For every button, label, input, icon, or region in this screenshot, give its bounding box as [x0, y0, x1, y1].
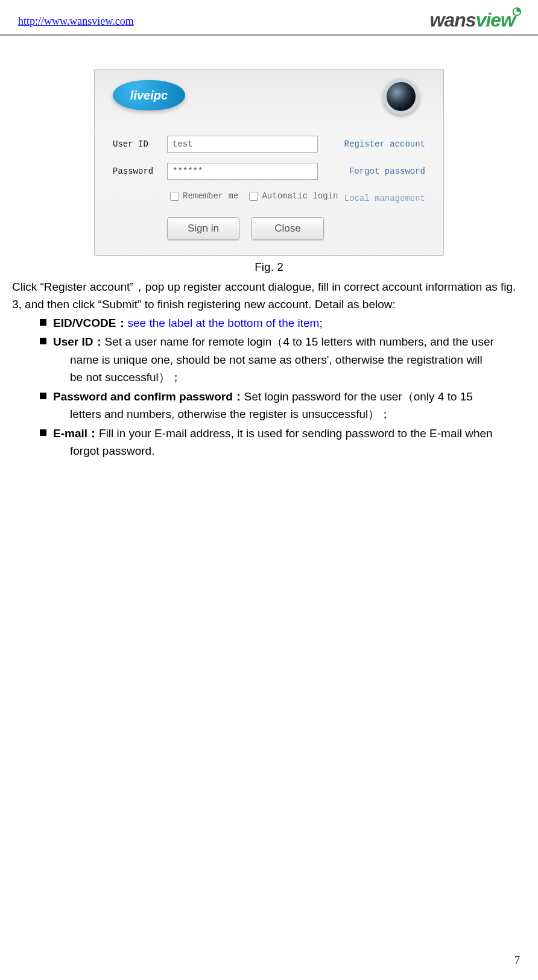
close-button[interactable]: Close — [252, 217, 324, 240]
password-bullet-label: Password and confirm password： — [53, 390, 244, 403]
register-account-link[interactable]: Register account — [344, 139, 425, 149]
local-management-link[interactable]: Local management — [344, 194, 425, 203]
eid-label: EID/VCODE： — [53, 317, 128, 329]
body-text: Click “Register account”，pop up register… — [0, 274, 538, 460]
email-label: E-mail： — [53, 427, 99, 440]
bullet-userid: User ID：Set a user name for remote login… — [40, 333, 515, 386]
bullet-password: Password and confirm password：Set login … — [40, 388, 515, 423]
bullet-email: E-mail：Fill in your E-mail address, it i… — [40, 425, 515, 460]
eid-tail: ; — [319, 317, 322, 329]
remember-checkbox[interactable] — [170, 192, 179, 201]
button-row: Sign in Close — [167, 217, 324, 240]
password-row: Password — [113, 163, 318, 180]
user-id-label: User ID — [113, 139, 167, 149]
figure-container: liveipc User ID Register account Passwor… — [0, 69, 538, 256]
eye-icon: ◔ — [512, 4, 521, 17]
password-input[interactable] — [167, 163, 318, 180]
liveipc-badge: liveipc — [113, 80, 185, 110]
password-t1: Set login password for the user（only 4 t… — [244, 390, 473, 403]
checkbox-row: Remember me Automatic login — [170, 191, 338, 201]
auto-login-label: Automatic login — [262, 191, 338, 201]
eid-link: see the label at the bottom of the item — [128, 317, 320, 329]
remember-label: Remember me — [183, 191, 238, 201]
sign-in-button[interactable]: Sign in — [167, 217, 239, 240]
userid-t2: name is unique one, should be not same a… — [53, 351, 515, 368]
email-t2: forgot password. — [53, 442, 515, 460]
page-header: http://www.wansview.com wansview ◔ — [0, 0, 538, 36]
page-number: 7 — [514, 954, 520, 967]
login-dialog: liveipc User ID Register account Passwor… — [94, 69, 444, 256]
header-url-link[interactable]: http://www.wansview.com — [18, 15, 134, 31]
userid-label: User ID： — [53, 335, 105, 348]
user-id-input[interactable] — [167, 136, 318, 153]
bullet-list: EID/VCODE：see the label at the bottom of… — [12, 314, 526, 460]
bullet-eid: EID/VCODE：see the label at the bottom of… — [40, 314, 515, 332]
forgot-password-link[interactable]: Forgot password — [349, 166, 425, 176]
auto-login-checkbox[interactable] — [249, 192, 258, 201]
userid-t1: Set a user name for remote login（4 to 15… — [105, 335, 494, 348]
brand-suffix: view — [476, 9, 515, 31]
userid-t3: be not successful）； — [53, 368, 515, 386]
user-id-row: User ID — [113, 136, 318, 153]
figure-caption: Fig. 2 — [0, 261, 538, 274]
email-t1: Fill in your E-mail address, it is used … — [99, 427, 493, 440]
brand-logo: wansview ◔ — [430, 9, 520, 31]
password-label: Password — [113, 166, 167, 176]
brand-prefix: wans — [430, 9, 476, 31]
camera-lens-icon — [383, 78, 419, 115]
intro-paragraph: Click “Register account”，pop up register… — [12, 279, 526, 313]
liveipc-text: liveipc — [130, 89, 168, 103]
password-t2: letters and numbers, otherwise the regis… — [53, 405, 515, 423]
